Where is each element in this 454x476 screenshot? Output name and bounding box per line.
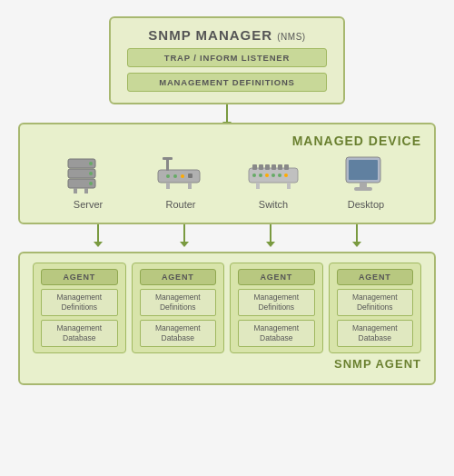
svg-rect-19 xyxy=(259,164,263,170)
svg-rect-33 xyxy=(349,160,378,180)
snmp-manager-title: SNMP MANAGER (NMS) xyxy=(148,27,305,43)
agent-mgmt-db-1: ManagementDatabase xyxy=(41,320,118,347)
main-container: SNMP MANAGER (NMS) TRAP / INFORM LISTENE… xyxy=(0,0,454,476)
agent-mgmt-def-4: ManagementDefinitions xyxy=(337,289,414,316)
svg-rect-21 xyxy=(271,164,276,170)
svg-point-11 xyxy=(166,174,170,178)
svg-rect-20 xyxy=(265,164,270,170)
agent-header-1: AGENT xyxy=(41,269,118,285)
svg-point-24 xyxy=(252,174,256,177)
svg-rect-30 xyxy=(256,183,260,189)
agent-item-3: AGENT ManagementDefinitions ManagementDa… xyxy=(230,263,323,353)
arrow-col-4 xyxy=(313,224,400,250)
svg-rect-14 xyxy=(188,174,192,178)
device-desktop: Desktop xyxy=(320,155,412,210)
svg-point-3 xyxy=(89,162,93,165)
agent-mgmt-def-3: ManagementDefinitions xyxy=(238,289,315,316)
svg-rect-10 xyxy=(163,157,173,160)
device-switch: Switch xyxy=(227,155,320,210)
agents-row: AGENT ManagementDefinitions ManagementDa… xyxy=(33,263,421,353)
svg-point-13 xyxy=(181,174,184,178)
mgmt-definitions-box: MANAGEMENT DEFINITIONS xyxy=(127,73,327,92)
svg-point-26 xyxy=(265,174,269,177)
svg-rect-35 xyxy=(354,187,372,191)
switch-label: Switch xyxy=(259,199,288,210)
device-server: Server xyxy=(42,155,134,210)
svg-point-29 xyxy=(284,174,288,177)
svg-rect-23 xyxy=(284,164,289,170)
desktop-label: Desktop xyxy=(348,199,384,210)
agent-item-4: AGENT ManagementDefinitions ManagementDa… xyxy=(329,263,422,353)
svg-point-4 xyxy=(89,172,93,175)
agent-header-4: AGENT xyxy=(337,269,414,285)
snmp-agent-box: AGENT ManagementDefinitions ManagementDa… xyxy=(18,252,436,385)
router-label: Router xyxy=(165,199,195,210)
arrow-col-1 xyxy=(54,224,141,250)
svg-rect-15 xyxy=(166,183,170,189)
arrows-section xyxy=(18,224,436,250)
device-router: Router xyxy=(134,155,227,210)
trap-listener-box: TRAP / INFORM LISTENER xyxy=(127,48,327,67)
switch-icon xyxy=(245,155,301,195)
svg-point-28 xyxy=(278,174,281,177)
desktop-icon xyxy=(342,155,390,195)
router-icon xyxy=(153,155,208,195)
arrow-line-3 xyxy=(270,224,271,243)
manager-subtitle: (NMS) xyxy=(277,32,305,42)
svg-rect-8 xyxy=(158,170,200,183)
agent-mgmt-def-1: ManagementDefinitions xyxy=(41,289,118,316)
agent-mgmt-def-2: ManagementDefinitions xyxy=(140,289,217,316)
svg-rect-9 xyxy=(166,159,169,171)
agent-mgmt-db-2: ManagementDatabase xyxy=(140,320,217,347)
managed-device-box: MANAGED DEVICE xyxy=(18,123,436,224)
manager-title-text: SNMP MANAGER xyxy=(148,27,272,43)
arrow-line-1 xyxy=(97,224,99,243)
svg-point-25 xyxy=(259,174,262,177)
arrow-line-2 xyxy=(183,224,185,243)
devices-row: Server xyxy=(33,155,421,210)
server-label: Server xyxy=(74,199,103,210)
agent-item-1: AGENT ManagementDefinitions ManagementDa… xyxy=(33,263,126,353)
svg-rect-6 xyxy=(74,188,77,193)
server-icon xyxy=(64,155,112,195)
svg-rect-18 xyxy=(252,164,257,170)
agent-mgmt-db-4: ManagementDatabase xyxy=(337,320,414,347)
agent-header-2: AGENT xyxy=(140,269,217,285)
agent-header-3: AGENT xyxy=(238,269,315,285)
agent-item-2: AGENT ManagementDefinitions ManagementDa… xyxy=(132,263,225,353)
svg-rect-22 xyxy=(278,164,282,170)
arrow-line-4 xyxy=(356,224,358,243)
agent-mgmt-db-3: ManagementDatabase xyxy=(238,320,315,347)
svg-point-12 xyxy=(173,174,177,178)
svg-point-27 xyxy=(271,174,275,177)
arrow-col-3 xyxy=(227,224,313,250)
svg-rect-7 xyxy=(84,188,88,193)
svg-rect-31 xyxy=(287,183,291,189)
managed-device-title: MANAGED DEVICE xyxy=(33,134,421,148)
svg-point-5 xyxy=(89,182,93,185)
manager-to-device-arrow xyxy=(226,104,228,123)
snmp-agent-title: SNMP AGENT xyxy=(33,357,421,371)
svg-rect-16 xyxy=(188,183,192,189)
snmp-manager-box: SNMP MANAGER (NMS) TRAP / INFORM LISTENE… xyxy=(109,16,345,104)
arrow-col-2 xyxy=(141,224,227,250)
